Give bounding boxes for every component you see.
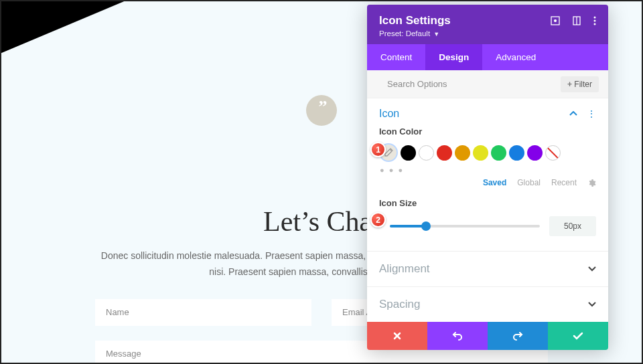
chevron-down-icon: ▼ bbox=[433, 31, 439, 37]
svg-point-4 bbox=[594, 17, 596, 19]
section-more-icon[interactable]: ⋮ bbox=[587, 108, 596, 119]
icon-size-label: Icon Size bbox=[379, 198, 596, 208]
svg-point-5 bbox=[594, 20, 596, 22]
annotation-badge-1: 1 bbox=[370, 142, 386, 157]
swatch-white[interactable] bbox=[419, 145, 434, 161]
accordion-alignment[interactable]: Alignment bbox=[367, 251, 608, 286]
swatch-pagination-dots[interactable]: ● ● ● bbox=[380, 166, 596, 174]
swatch-tab-saved[interactable]: Saved bbox=[483, 178, 506, 187]
responsive-icon[interactable] bbox=[572, 16, 581, 25]
swatch-tab-recent[interactable]: Recent bbox=[551, 178, 577, 187]
panel-tabs: Content Design Advanced bbox=[367, 44, 608, 70]
icon-size-value[interactable] bbox=[549, 216, 596, 236]
slider-thumb[interactable] bbox=[421, 221, 431, 231]
gear-icon[interactable] bbox=[587, 179, 596, 187]
search-bar: Filter bbox=[367, 70, 608, 98]
tab-advanced[interactable]: Advanced bbox=[482, 44, 549, 70]
more-icon[interactable] bbox=[593, 16, 596, 25]
preset-selector[interactable]: Preset: Default ▼ bbox=[379, 29, 596, 37]
panel-title: Icon Settings bbox=[379, 14, 451, 27]
filter-button[interactable]: Filter bbox=[561, 76, 599, 92]
icon-size-slider[interactable] bbox=[390, 225, 540, 227]
undo-button[interactable] bbox=[427, 322, 488, 350]
swatch-tabs: Saved Global Recent bbox=[379, 178, 596, 187]
tab-content[interactable]: Content bbox=[367, 44, 425, 70]
swatch-none[interactable] bbox=[545, 145, 561, 161]
panel-header: Icon Settings Preset: Default ▼ bbox=[367, 5, 608, 44]
section-title-icon: Icon bbox=[379, 108, 399, 120]
swatch-red[interactable] bbox=[437, 145, 452, 161]
swatch-purple[interactable] bbox=[527, 145, 543, 161]
redo-button[interactable] bbox=[488, 322, 548, 350]
quote-glyph: ” bbox=[319, 97, 325, 117]
panel-footer bbox=[367, 322, 608, 350]
icon-color-label: Icon Color bbox=[379, 126, 596, 136]
tab-design[interactable]: Design bbox=[425, 44, 482, 70]
search-input[interactable] bbox=[376, 71, 561, 98]
swatch-black[interactable] bbox=[401, 145, 416, 161]
icon-section: Icon ⋮ Icon Color 1 ● ● ● Saved Glob bbox=[367, 98, 608, 251]
page-corner-decoration bbox=[0, 0, 127, 54]
svg-point-6 bbox=[594, 23, 596, 25]
annotation-badge-2: 2 bbox=[370, 212, 386, 227]
swatch-tab-global[interactable]: Global bbox=[517, 178, 541, 187]
accordion-spacing[interactable]: Spacing bbox=[367, 286, 608, 322]
expand-icon[interactable] bbox=[551, 16, 560, 25]
color-swatches: 1 bbox=[379, 143, 596, 162]
cancel-button[interactable] bbox=[367, 322, 427, 350]
collapse-icon[interactable] bbox=[569, 111, 577, 116]
chevron-down-icon bbox=[588, 266, 596, 272]
swatch-blue[interactable] bbox=[509, 145, 524, 161]
swatch-orange[interactable] bbox=[455, 145, 470, 161]
name-field[interactable] bbox=[95, 299, 311, 326]
chevron-down-icon bbox=[588, 302, 596, 307]
slider-fill bbox=[390, 225, 426, 227]
quote-icon-module[interactable]: ” bbox=[306, 95, 337, 126]
swatch-green[interactable] bbox=[491, 145, 506, 161]
save-button[interactable] bbox=[548, 322, 608, 350]
svg-point-1 bbox=[555, 20, 557, 22]
settings-panel: Icon Settings Preset: Default ▼ Content … bbox=[367, 5, 608, 350]
swatch-yellow[interactable] bbox=[473, 145, 488, 161]
icon-size-row: 2 bbox=[379, 216, 596, 236]
